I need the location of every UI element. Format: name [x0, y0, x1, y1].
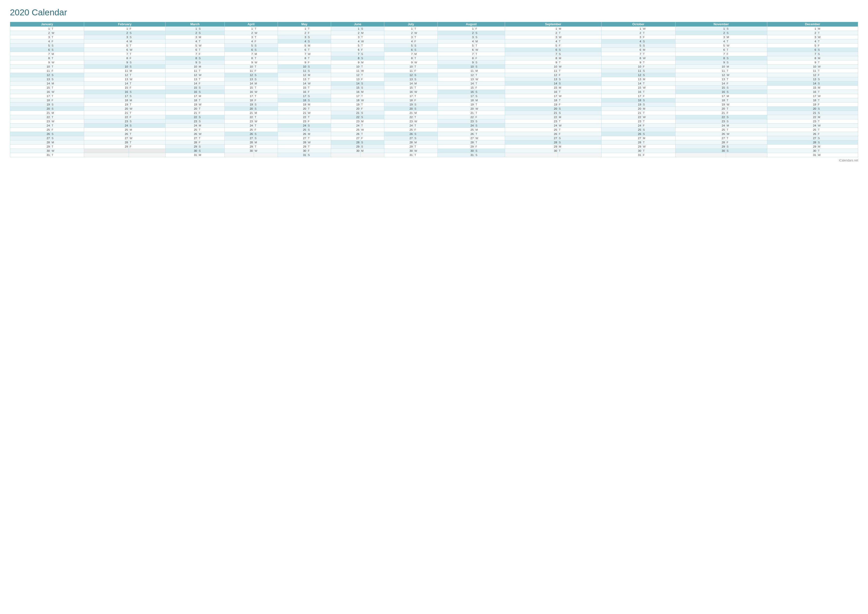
- day-letter: T: [414, 85, 437, 90]
- day-letter: F: [307, 119, 331, 124]
- day-letter: M: [817, 56, 858, 61]
- day-number: 2: [505, 31, 558, 35]
- day-letter: T: [307, 48, 331, 52]
- day-number: 10: [675, 65, 726, 69]
- day-number: 6: [601, 48, 642, 52]
- day-number: 25: [225, 128, 254, 132]
- day-number: 23: [384, 119, 414, 124]
- day-letter: S: [129, 124, 166, 128]
- day-letter: T: [474, 44, 505, 48]
- day-number: 1: [384, 27, 414, 31]
- day-number: 3: [437, 35, 474, 39]
- day-letter: S: [307, 124, 331, 128]
- day-number: 3: [331, 35, 360, 39]
- day-number: 4: [675, 39, 726, 44]
- day-number: 19: [225, 103, 254, 107]
- day-number: 26: [767, 132, 817, 136]
- day-letter: T: [414, 56, 437, 61]
- day-number: 23: [331, 119, 360, 124]
- day-number: 27: [675, 136, 726, 140]
- day-letter: S: [414, 73, 437, 77]
- day-number: 5: [166, 44, 198, 48]
- day-letter: F: [51, 69, 84, 73]
- day-number: 7: [675, 52, 726, 56]
- day-letter: F: [254, 98, 277, 103]
- day-number: 12: [277, 73, 307, 77]
- day-letter: M: [726, 94, 767, 98]
- day-letter: F: [642, 124, 676, 128]
- day-number: 19: [10, 103, 51, 107]
- day-number: 6: [84, 48, 129, 52]
- day-letter: T: [198, 98, 225, 103]
- day-number: 1: [84, 27, 129, 31]
- day-number: 21: [277, 111, 307, 115]
- day-number: 29: [166, 145, 198, 149]
- day-letter: W: [817, 35, 858, 39]
- day-number: 19: [166, 103, 198, 107]
- day-number: 5: [331, 44, 360, 48]
- day-letter: F: [642, 65, 676, 69]
- day-number: 22: [675, 115, 726, 119]
- day-letter: T: [414, 35, 437, 39]
- day-number: 13: [277, 77, 307, 81]
- day-number: 11: [225, 69, 254, 73]
- day-letter: S: [558, 77, 601, 81]
- day-letter: F: [558, 73, 601, 77]
- day-number: 21: [331, 111, 360, 115]
- day-letter: F: [726, 52, 767, 56]
- day-letter: W: [51, 61, 84, 65]
- day-number: 26: [437, 132, 474, 136]
- day-letter: W: [51, 119, 84, 124]
- day-letter: T: [254, 124, 277, 128]
- month-header-january: January: [10, 22, 84, 27]
- table-row: 28M28T28F28M28W28S28M28T28S28T28F28S: [10, 140, 858, 145]
- day-number: 5: [767, 44, 817, 48]
- day-number: 1: [601, 27, 642, 31]
- day-letter: W: [307, 52, 331, 56]
- day-letter: S: [817, 111, 858, 115]
- day-number: 18: [767, 98, 817, 103]
- day-letter: S: [474, 65, 505, 69]
- month-header-may: May: [277, 22, 331, 27]
- day-letter: W: [129, 48, 166, 52]
- day-number: 25: [767, 128, 817, 132]
- day-number: 22: [437, 115, 474, 119]
- table-row: 18F18M18T18F18S18W18F18M18T18S18T18T: [10, 98, 858, 103]
- day-letter: S: [254, 77, 277, 81]
- day-number: 3: [505, 35, 558, 39]
- day-letter: W: [726, 44, 767, 48]
- day-letter: T: [254, 27, 277, 31]
- day-number: 15: [384, 85, 414, 90]
- day-letter: F: [129, 85, 166, 90]
- day-number: 4: [505, 39, 558, 44]
- day-letter: T: [360, 94, 384, 98]
- day-number: 5: [10, 44, 51, 48]
- day-number: 26: [277, 132, 307, 136]
- day-number: 29: [601, 145, 642, 149]
- day-number: 14: [601, 81, 642, 85]
- day-number: 29: [767, 145, 817, 149]
- day-number: 29: [331, 145, 360, 149]
- day-number: 25: [166, 128, 198, 132]
- day-number: 9: [437, 61, 474, 65]
- day-letter: T: [254, 65, 277, 69]
- day-number: 9: [505, 61, 558, 65]
- day-letter: F: [414, 128, 437, 132]
- day-letter: M: [414, 140, 437, 145]
- day-number: 12: [331, 73, 360, 77]
- day-letter: S: [307, 69, 331, 73]
- day-number: 13: [84, 77, 129, 81]
- day-letter: M: [360, 149, 384, 153]
- day-letter: F: [254, 69, 277, 73]
- day-letter: W: [558, 35, 601, 39]
- day-letter: S: [51, 103, 84, 107]
- day-letter: S: [129, 90, 166, 94]
- day-letter: T: [254, 115, 277, 119]
- day-letter: M: [558, 115, 601, 119]
- day-letter: W: [817, 124, 858, 128]
- day-letter: T: [726, 136, 767, 140]
- day-number: 2: [437, 31, 474, 35]
- day-number: 30: [437, 149, 474, 153]
- day-letter: M: [474, 39, 505, 44]
- day-number: 18: [601, 98, 642, 103]
